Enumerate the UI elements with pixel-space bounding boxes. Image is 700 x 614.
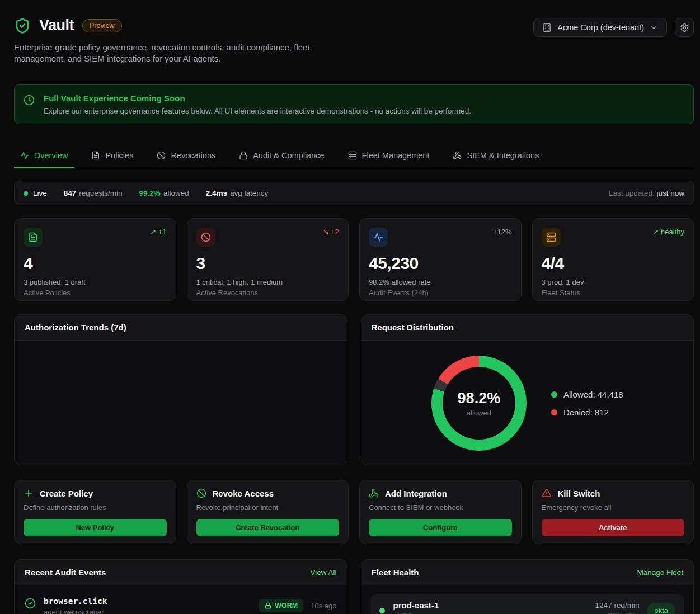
stat-label: Active Policies xyxy=(24,289,167,297)
header-left: Vault Preview Enterprise-grade policy go… xyxy=(14,17,321,64)
panel-title: Recent Audit Events xyxy=(25,568,106,577)
action-title: Create Policy xyxy=(40,489,93,498)
alert-triangle-icon xyxy=(542,488,552,498)
stat-value: 45,230 xyxy=(369,254,512,273)
vault-dashboard: Vault Preview Enterprise-grade policy go… xyxy=(0,0,700,614)
tab-label: SIEM & Integrations xyxy=(467,151,539,160)
node-cpu: CPU 12% xyxy=(595,611,640,614)
new-policy-button[interactable]: New Policy xyxy=(24,519,167,536)
node-status-dot xyxy=(379,608,385,613)
view-all-link[interactable]: View All xyxy=(310,568,336,577)
building-icon xyxy=(542,23,552,32)
tab-label: Policies xyxy=(105,151,133,160)
recent-audit-events-panel: Recent Audit Events View All browser.cli… xyxy=(14,559,347,614)
panel-header: Request Distribution xyxy=(361,315,694,341)
file-text-icon xyxy=(91,151,100,160)
lock-icon xyxy=(265,602,271,609)
trend-badge: ↗ healthy xyxy=(653,228,684,236)
actions-row: Create Policy Define authorization rules… xyxy=(14,480,694,544)
page-title: Vault xyxy=(39,17,74,34)
action-subtitle: Connect to SIEM or webhook xyxy=(369,503,512,512)
webhook-icon xyxy=(369,488,379,498)
panel-header: Fleet Health Manage Fleet xyxy=(361,560,694,585)
circle-check-icon xyxy=(25,598,36,609)
panel-header: Recent Audit Events View All xyxy=(15,560,347,585)
create-revocation-button[interactable]: Create Revocation xyxy=(196,519,340,536)
request-distribution-panel: Request Distribution 98.2% allowed Allow… xyxy=(361,314,694,465)
tab-fleet-management[interactable]: Fleet Management xyxy=(342,143,436,168)
distribution-chart-area: 98.2% allowed Allowed: 44,418 Denied: 81… xyxy=(361,341,694,465)
node-text: prod-east-1 v1.2.0 xyxy=(393,601,439,614)
stat-card-fleet-status: ↗ healthy 4/4 3 prod, 1 dev Fleet Status xyxy=(532,218,694,301)
configure-button[interactable]: Configure xyxy=(369,519,512,536)
legend-label: Allowed: 44,418 xyxy=(563,390,623,399)
fleet-node-row: prod-east-1 v1.2.0 1247 req/min CPU 12% … xyxy=(370,594,685,614)
donut-chart: 98.2% allowed xyxy=(431,356,527,451)
settings-button[interactable] xyxy=(675,18,694,37)
avg-latency: 2.4msavg latency xyxy=(206,189,269,197)
audit-event-meta: WORM 10s ago xyxy=(259,599,336,612)
action-card-revoke-access: Revoke Access Revoke principal or intent… xyxy=(187,480,349,544)
stat-subtitle: 3 prod, 1 dev xyxy=(542,278,685,286)
live-dot xyxy=(24,191,28,196)
webhook-icon xyxy=(453,151,462,160)
okta-badge: okta xyxy=(647,603,675,614)
gear-icon xyxy=(680,23,689,32)
tab-policies[interactable]: Policies xyxy=(85,143,139,168)
worm-badge: WORM xyxy=(259,599,303,612)
action-subtitle: Revoke principal or intent xyxy=(196,503,340,512)
server-icon xyxy=(348,151,357,160)
action-card-create-policy: Create Policy Define authorization rules… xyxy=(14,480,176,544)
stat-value: 4/4 xyxy=(542,254,685,273)
bottom-row: Recent Audit Events View All browser.cli… xyxy=(14,559,694,614)
stat-subtitle: 1 critical, 1 high, 1 medium xyxy=(196,278,340,286)
action-title: Revoke Access xyxy=(213,489,274,498)
trend-badge: ↗ +1 xyxy=(150,228,166,236)
tab-siem-integrations[interactable]: SIEM & Integrations xyxy=(447,143,545,168)
manage-fleet-link[interactable]: Manage Fleet xyxy=(637,568,683,577)
stat-card-audit-events: +12% 45,230 98.2% allowed rate Audit Eve… xyxy=(359,218,522,301)
stat-label: Audit Events (24h) xyxy=(369,289,512,297)
tab-label: Overview xyxy=(34,151,68,160)
legend-item-allowed: Allowed: 44,418 xyxy=(551,390,623,399)
tab-label: Fleet Management xyxy=(362,151,430,160)
charts-row: Authorization Trends (7d) Request Distri… xyxy=(14,314,694,465)
activate-button[interactable]: Activate xyxy=(542,519,685,536)
preview-badge: Preview xyxy=(82,19,121,32)
tab-revocations[interactable]: Revocations xyxy=(151,143,222,168)
header: Vault Preview Enterprise-grade policy go… xyxy=(14,0,694,64)
fleet-health-panel: Fleet Health Manage Fleet prod-east-1 v1… xyxy=(361,559,694,614)
live-indicator: Live xyxy=(24,189,47,197)
stat-value: 4 xyxy=(24,254,167,273)
app-description: Enterprise-grade policy governance, revo… xyxy=(14,42,321,64)
node-rate: 1247 req/min xyxy=(595,601,640,610)
tab-audit-compliance[interactable]: Audit & Compliance xyxy=(233,143,330,168)
tab-label: Audit & Compliance xyxy=(253,151,324,160)
donut-label: allowed xyxy=(467,409,491,417)
tenant-selector[interactable]: Acme Corp (dev-tenant) xyxy=(533,18,667,37)
audit-event-row: browser.click agent:web-scraper WORM 10s… xyxy=(15,585,347,614)
action-card-add-integration: Add Integration Connect to SIEM or webho… xyxy=(359,480,522,544)
action-title: Kill Switch xyxy=(558,489,600,498)
donut-center: 98.2% allowed xyxy=(431,356,527,451)
last-updated: Last updated: just now xyxy=(609,189,684,197)
tab-label: Revocations xyxy=(171,151,215,160)
allowed-rate: 99.2%allowed xyxy=(139,189,189,197)
plus-icon xyxy=(24,488,34,498)
tab-overview[interactable]: Overview xyxy=(14,143,74,168)
chevron-down-icon xyxy=(650,23,658,32)
tenant-label: Acme Corp (dev-tenant) xyxy=(557,23,644,32)
clock-icon xyxy=(24,95,35,106)
banner-text: Full Vault Experience Coming Soon Explor… xyxy=(44,93,471,115)
trend-badge: +12% xyxy=(493,228,512,236)
audit-event-agent: agent:web-scraper xyxy=(44,608,107,614)
legend-dot-red xyxy=(551,409,557,415)
ban-icon xyxy=(157,151,166,160)
action-subtitle: Define authorization rules xyxy=(24,503,167,512)
action-title: Add Integration xyxy=(385,489,447,498)
legend-label: Denied: 812 xyxy=(563,408,609,417)
requests-per-min: 847requests/min xyxy=(64,189,123,197)
legend-dot-green xyxy=(551,391,557,398)
activity-icon xyxy=(369,228,388,247)
audit-event-time: 10s ago xyxy=(311,602,336,610)
